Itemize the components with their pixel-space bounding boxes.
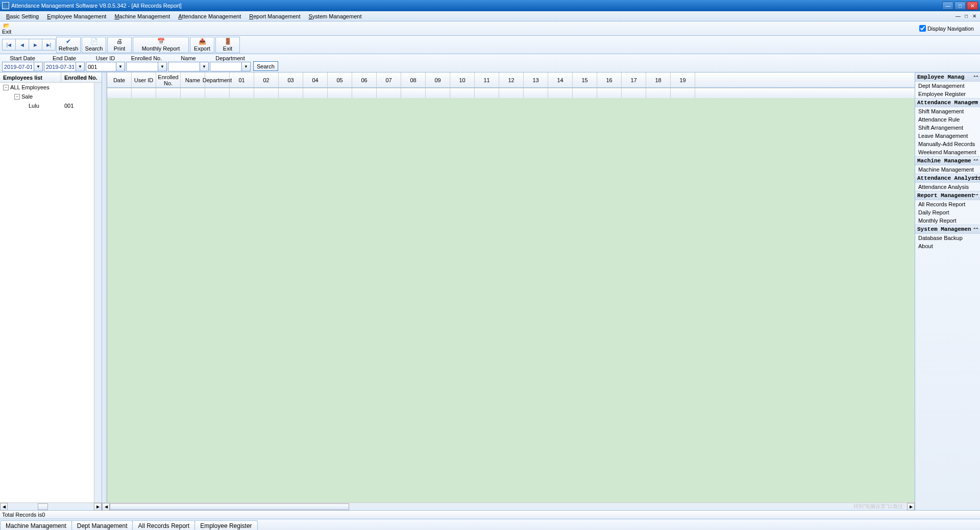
grid-col-day-12[interactable]: 12 [499,73,524,87]
enrolled-dropdown-icon[interactable]: ▼ [158,62,167,71]
employee-tree[interactable]: − ALL Employees − Sale Lulu 001 [0,83,94,502]
grid-col-day-14[interactable]: 14 [548,73,573,87]
nav-link-all-records-report[interactable]: All Records Report [915,200,980,208]
display-navigation-toggle[interactable]: Display Navigation [919,25,978,32]
mdi-restore-button[interactable]: □ [963,13,970,20]
grid-col-day-01[interactable]: 01 [230,73,254,87]
grid-col-day-18[interactable]: 18 [646,73,671,87]
nav-section-employee-manag[interactable]: Employee Manag⌃⌃ [915,73,980,82]
menu-system-management[interactable]: System Management [305,12,366,20]
nav-link-database-backup[interactable]: Database Backup [915,234,980,242]
collapse-icon[interactable]: − [14,94,20,100]
mdi-close-button[interactable]: ✕ [971,13,978,20]
scroll-right-icon[interactable]: ▶ [94,503,102,511]
scroll-left-icon[interactable]: ◀ [0,503,8,511]
tree-vertical-scrollbar[interactable] [94,83,102,502]
display-navigation-checkbox[interactable] [919,25,926,32]
tab-all-records-report[interactable]: All Records Report [132,520,195,530]
nav-link-monthly-report[interactable]: Monthly Report [915,216,980,225]
nav-section-report-management[interactable]: Report Management⌃⌃ [915,191,980,200]
end-date-dropdown-icon[interactable]: ▼ [76,62,85,71]
collapse-icon[interactable]: − [3,85,9,90]
scroll-right-icon[interactable]: ▶ [907,503,915,511]
grid-col-day-07[interactable]: 07 [377,73,401,87]
nav-link-leave-management[interactable]: Leave Management [915,132,980,140]
menu-employee-management[interactable]: Employee Management [43,12,110,20]
menu-attendance-management[interactable]: Attendance Management [174,12,245,20]
end-date-input[interactable] [44,62,76,71]
grid-col-day-08[interactable]: 08 [401,73,426,87]
userid-input[interactable] [86,62,116,71]
nav-first-button[interactable]: |◀ [2,39,16,51]
filter-search-button[interactable]: Search [253,61,278,71]
minimize-button[interactable]: — [942,2,953,10]
department-input[interactable] [210,62,242,71]
grid-col-name[interactable]: Name [181,73,205,87]
nav-link-employee-register[interactable]: Employee Register [915,90,980,98]
grid-col-day-11[interactable]: 11 [475,73,499,87]
close-button[interactable]: ✕ [967,2,978,10]
userid-dropdown-icon[interactable]: ▼ [116,62,125,71]
grid-col-department[interactable]: Department [205,73,230,87]
tab-machine-management[interactable]: Machine Management [0,520,72,530]
scroll-thumb[interactable] [110,503,349,510]
maximize-button[interactable]: □ [954,2,966,10]
department-dropdown-icon[interactable]: ▼ [242,62,251,71]
nav-section-attendance-analysis[interactable]: Attendance Analysis⌃⌃ [915,174,980,183]
grid-col-day-09[interactable]: 09 [426,73,450,87]
grid-col-day-15[interactable]: 15 [573,73,597,87]
start-date-dropdown-icon[interactable]: ▼ [34,62,43,71]
menu-report-management[interactable]: Report Management [245,12,304,20]
grid-col-day-13[interactable]: 13 [524,73,548,87]
toolbar-exit-button[interactable]: 🚪 Exit [215,37,240,53]
grid-col-day-02[interactable]: 02 [254,73,279,87]
export-button[interactable]: 📤 Export [190,37,214,53]
grid-col-day-19[interactable]: 19 [671,73,695,87]
mdi-minimize-button[interactable]: — [954,13,962,20]
grid-col-enrolled-no-[interactable]: Enrolled No. [156,73,181,87]
nav-link-attendance-rule[interactable]: Attendance Rule [915,115,980,124]
grid-col-day-04[interactable]: 04 [303,73,328,87]
grid-col-date[interactable]: Date [107,73,132,87]
name-dropdown-icon[interactable]: ▼ [200,62,209,71]
nav-link-shift-management[interactable]: Shift Management [915,107,980,115]
nav-link-about[interactable]: About [915,242,980,250]
grid-horizontal-scrollbar[interactable]: ◀ 转到"电脑设置"以激活 ▶ [102,502,915,510]
exit-bar-button[interactable]: 📂 Exit [2,22,11,35]
menu-machine-management[interactable]: Machine Management [110,12,174,20]
grid-col-day-10[interactable]: 10 [450,73,475,87]
nav-link-daily-report[interactable]: Daily Report [915,208,980,216]
nav-last-button[interactable]: ▶| [42,39,56,51]
start-date-input[interactable] [2,62,34,71]
tab-employee-register[interactable]: Employee Register [194,520,257,530]
monthly-report-button[interactable]: 📅 Monthly Report [133,37,189,53]
menu-basic-setting[interactable]: Basic Setting [2,12,43,20]
nav-section-attendance-managem[interactable]: Attendance Managem⌃⌃ [915,98,980,107]
nav-link-weekend-management[interactable]: Weekend Management [915,148,980,156]
name-input[interactable] [168,62,200,71]
nav-link-attendance-analysis[interactable]: Attendance Analysis [915,183,980,191]
grid-col-day-17[interactable]: 17 [622,73,646,87]
tab-dept-management[interactable]: Dept Management [71,520,133,530]
scroll-left-icon[interactable]: ◀ [102,503,110,511]
enrolled-input[interactable] [126,62,158,71]
nav-link-dept-management[interactable]: Dept Management [915,82,980,90]
tree-root-all-employees[interactable]: − ALL Employees [0,83,94,92]
nav-next-button[interactable]: ▶ [29,39,42,51]
nav-prev-button[interactable]: ◀ [15,39,29,51]
nav-section-system-managemen[interactable]: System Managemen⌃⌃ [915,225,980,234]
nav-link-machine-management[interactable]: Machine Management [915,165,980,174]
grid-col-day-16[interactable]: 16 [597,73,622,87]
tree-employee-lulu[interactable]: Lulu 001 [0,101,94,110]
grid-col-day-05[interactable]: 05 [328,73,352,87]
refresh-button[interactable]: ✔ Refresh [56,37,81,53]
tree-horizontal-scrollbar[interactable]: ◀ ▶ [0,502,102,510]
print-button[interactable]: 🖨 Print [107,37,132,53]
grid-col-day-03[interactable]: 03 [279,73,303,87]
nav-section-machine-manageme[interactable]: Machine Manageme⌃⌃ [915,156,980,165]
search-button[interactable]: 📄 Search [82,37,106,53]
grid-col-day-06[interactable]: 06 [352,73,377,87]
grid-col-user-id[interactable]: User ID [132,73,156,87]
tree-dept-sale[interactable]: − Sale [0,92,94,101]
nav-link-shift-arrangement[interactable]: Shift Arrangement [915,124,980,132]
